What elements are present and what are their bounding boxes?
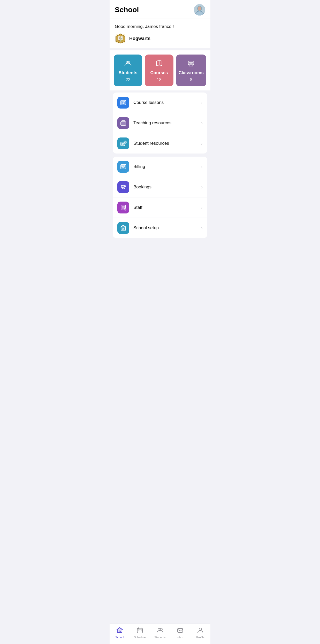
inbox-nav-label: Inbox	[177, 636, 184, 639]
menu-item-staff[interactable]: Staff ›	[113, 197, 207, 218]
student-resources-icon	[117, 137, 129, 149]
student-resources-label: Student resources	[133, 141, 201, 146]
svg-point-14	[126, 61, 128, 63]
stats-section: Students 22 Courses 18	[110, 50, 210, 90]
bookings-chevron: ›	[201, 185, 203, 190]
app-header: School	[110, 0, 210, 19]
stat-card-students[interactable]: Students 22	[114, 55, 142, 86]
students-nav-label: Students	[154, 636, 165, 639]
teaching-resources-label: Teaching resources	[133, 120, 201, 126]
school-setup-label: School setup	[133, 225, 201, 231]
courses-count: 18	[157, 78, 162, 82]
profile-nav-label: Profile	[196, 636, 204, 639]
svg-text:🦁: 🦁	[119, 37, 120, 39]
inbox-nav-icon	[177, 627, 184, 635]
bookings-label: Bookings	[133, 185, 201, 190]
svg-point-29	[125, 141, 126, 142]
svg-text:🐍: 🐍	[121, 39, 122, 41]
svg-rect-43	[119, 631, 120, 633]
menu-group-2: $ Billing › Bookings ›	[113, 157, 207, 238]
app-title: School	[115, 6, 139, 14]
course-lessons-label: Course lessons	[133, 100, 201, 105]
menu-item-course-lessons[interactable]: Course lessons ›	[113, 93, 207, 113]
profile-nav-icon	[197, 627, 204, 635]
svg-rect-42	[123, 228, 124, 230]
school-nav-icon	[116, 627, 123, 635]
teaching-resources-chevron: ›	[201, 120, 203, 126]
menu-item-billing[interactable]: $ Billing ›	[113, 157, 207, 177]
svg-point-51	[158, 628, 160, 630]
stat-card-courses[interactable]: Courses 18	[145, 55, 173, 86]
nav-item-school[interactable]: School	[110, 626, 130, 639]
greeting-text: Good morning, James franco !	[115, 24, 205, 29]
greeting-section: Good morning, James franco ! 🦁 🐦 🦅	[110, 19, 210, 48]
menu-item-teaching-resources[interactable]: Teaching resources ›	[113, 113, 207, 133]
svg-point-3	[198, 6, 201, 11]
menu-item-bookings[interactable]: Bookings ›	[113, 177, 207, 197]
billing-label: Billing	[133, 164, 201, 169]
school-setup-icon	[117, 222, 129, 234]
nav-item-inbox[interactable]: Inbox	[170, 626, 190, 639]
menu-group-1: Course lessons › Teaching resources ›	[113, 93, 207, 154]
school-logo: 🦁 🐦 🦅 🐍	[115, 33, 126, 44]
students-nav-icon	[157, 627, 163, 635]
bookings-icon	[117, 181, 129, 193]
svg-rect-25	[121, 122, 126, 125]
school-name: Hogwarts	[129, 36, 150, 41]
staff-chevron: ›	[201, 205, 203, 210]
school-setup-chevron: ›	[201, 225, 203, 231]
svg-rect-49	[140, 631, 140, 631]
svg-rect-50	[141, 631, 142, 631]
students-count: 22	[126, 78, 130, 82]
svg-point-54	[199, 628, 202, 631]
svg-text:🐦: 🐦	[121, 37, 122, 39]
classrooms-count: 8	[190, 78, 192, 82]
staff-icon	[117, 202, 129, 213]
school-nav-label: School	[115, 636, 124, 639]
svg-point-52	[160, 628, 162, 630]
svg-rect-48	[138, 631, 139, 631]
school-badge: 🦁 🐦 🦅 🐍 Hogwarts	[115, 33, 205, 44]
bottom-nav: School Schedule St	[110, 624, 210, 644]
nav-item-profile[interactable]: Profile	[190, 626, 210, 639]
nav-item-students[interactable]: Students	[150, 626, 170, 639]
staff-label: Staff	[133, 205, 201, 210]
svg-rect-53	[178, 628, 183, 632]
students-label: Students	[119, 70, 138, 75]
billing-icon: $	[117, 161, 129, 173]
billing-chevron: ›	[201, 164, 203, 170]
svg-rect-36	[121, 165, 123, 167]
svg-point-15	[128, 61, 130, 63]
student-resources-chevron: ›	[201, 141, 203, 146]
svg-text:🦅: 🦅	[119, 39, 120, 41]
stat-card-classrooms[interactable]: Classrooms 8	[176, 55, 206, 86]
nav-item-schedule[interactable]: Schedule	[130, 626, 150, 639]
menu-item-student-resources[interactable]: Student resources ›	[113, 133, 207, 154]
classrooms-icon	[187, 60, 195, 68]
svg-rect-17	[188, 61, 194, 65]
teaching-resources-icon	[117, 117, 129, 129]
course-lessons-icon	[117, 97, 129, 109]
course-lessons-chevron: ›	[201, 100, 203, 105]
courses-icon	[156, 60, 163, 68]
avatar[interactable]	[194, 4, 205, 16]
courses-label: Courses	[150, 70, 168, 75]
classrooms-label: Classrooms	[179, 70, 204, 75]
menu-item-school-setup[interactable]: School setup ›	[113, 218, 207, 238]
schedule-nav-label: Schedule	[134, 636, 146, 639]
students-icon	[124, 60, 132, 68]
schedule-nav-icon	[136, 627, 143, 635]
